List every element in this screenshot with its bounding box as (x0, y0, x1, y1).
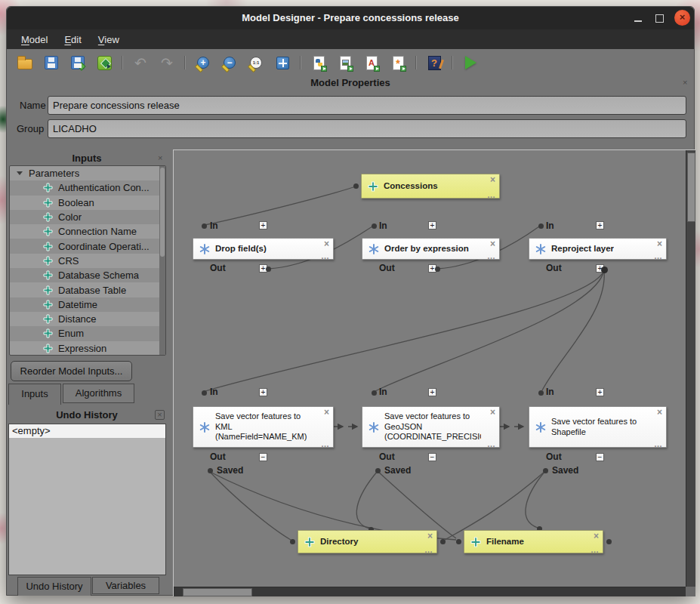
node-save-geojson[interactable]: Save vector features to GeoJSON (COORDIN… (362, 406, 500, 448)
export-svg-button[interactable]: * (389, 54, 407, 72)
node-save-kml[interactable]: Save vector features to KML (NameField=N… (193, 406, 334, 448)
node-delete-icon[interactable]: × (490, 175, 495, 184)
node-options-icon[interactable]: … (487, 252, 495, 260)
expand-inputs-button[interactable]: + (596, 388, 604, 396)
canvas-vertical-scrollbar[interactable] (686, 150, 695, 587)
link-anchor-dot[interactable] (606, 539, 612, 544)
link-anchor-dot[interactable] (266, 267, 271, 272)
node-delete-icon[interactable]: × (324, 239, 329, 248)
expand-inputs-button[interactable]: + (428, 221, 436, 230)
node-delete-icon[interactable]: × (490, 239, 495, 248)
expand-inputs-button[interactable]: + (259, 221, 267, 230)
horizontal-scrollbar-thumb[interactable] (183, 588, 252, 596)
node-directory[interactable]: Directory × … (298, 530, 437, 553)
node-delete-icon[interactable]: × (490, 408, 495, 417)
menu-model[interactable]: Model (14, 32, 54, 48)
link-anchor-dot[interactable] (208, 468, 213, 473)
canvas-horizontal-scrollbar[interactable] (174, 587, 686, 596)
link-anchor-dot[interactable] (372, 223, 377, 229)
link-anchor-dot[interactable] (435, 267, 440, 272)
maximize-button[interactable] (650, 7, 668, 29)
tree-item-coordinate-operation[interactable]: Coordinate Operati... (10, 239, 165, 253)
tree-root-parameters[interactable]: Parameters (10, 166, 165, 180)
expander-triangle-icon[interactable] (17, 171, 23, 175)
tree-item-authentication[interactable]: Authentication Con... (10, 180, 165, 195)
open-model-button[interactable] (16, 54, 34, 72)
inputs-panel-close-icon[interactable]: × (158, 154, 162, 162)
expand-inputs-button[interactable]: + (596, 221, 604, 230)
node-options-icon[interactable]: … (487, 191, 495, 199)
node-delete-icon[interactable]: × (324, 408, 329, 417)
collapse-outputs-button[interactable]: − (259, 453, 267, 461)
tab-undo-history[interactable]: Undo History (17, 577, 91, 596)
tree-item-database-schema[interactable]: Database Schema (10, 268, 165, 282)
link-anchor-dot[interactable] (543, 468, 548, 473)
link-anchor-dot[interactable] (290, 539, 295, 544)
zoom-out-button[interactable]: − (220, 54, 239, 72)
menu-edit[interactable]: Edit (57, 32, 88, 48)
tree-item-distance[interactable]: Distance (10, 312, 165, 326)
name-field[interactable] (48, 96, 686, 115)
titlebar[interactable]: Model Designer - Prepare concessions rel… (7, 7, 694, 29)
node-options-icon[interactable]: … (321, 440, 329, 448)
export-python-button[interactable] (310, 54, 328, 72)
node-options-icon[interactable]: … (654, 440, 662, 448)
model-properties-close-icon[interactable]: × (683, 79, 687, 87)
collapse-outputs-button[interactable]: − (428, 453, 436, 461)
tab-variables[interactable]: Variables (92, 577, 159, 594)
expand-inputs-button[interactable]: + (428, 388, 436, 396)
node-options-icon[interactable]: … (654, 252, 662, 260)
link-anchor-dot[interactable] (353, 183, 359, 189)
tree-item-crs[interactable]: CRS (10, 254, 165, 268)
tree-item-color[interactable]: Color (10, 210, 165, 224)
collapse-outputs-button[interactable]: − (596, 453, 604, 461)
node-options-icon[interactable]: … (487, 440, 495, 448)
expand-inputs-button[interactable]: + (259, 388, 267, 396)
tree-scrollbar[interactable] (159, 166, 165, 355)
vertical-scrollbar-thumb[interactable] (687, 153, 695, 222)
model-canvas[interactable]: Concessions × … In + In + In + Drop fiel… (173, 149, 695, 596)
export-pdf-button[interactable]: A (362, 54, 381, 72)
node-order-by-expression[interactable]: Order by expression × … (362, 238, 500, 260)
link-anchor-dot[interactable] (456, 539, 461, 544)
zoom-full-button[interactable] (273, 54, 291, 72)
tree-scrollbar-thumb[interactable] (160, 168, 165, 257)
node-drop-fields[interactable]: Drop field(s) × … (193, 238, 334, 260)
save-model-as-button[interactable] (69, 54, 87, 72)
link-anchor-dot[interactable] (440, 539, 446, 544)
tree-item-boolean[interactable]: Boolean (10, 196, 165, 210)
edit-help-button[interactable]: ? (425, 54, 443, 72)
node-delete-icon[interactable]: × (427, 532, 433, 541)
node-delete-icon[interactable]: × (657, 408, 662, 417)
close-button[interactable]: × (674, 10, 690, 26)
group-field[interactable] (48, 119, 686, 138)
node-save-shapefile[interactable]: Save vector features to Shapefile × … (529, 406, 667, 448)
tree-item-datetime[interactable]: Datetime (10, 297, 165, 312)
link-anchor-dot[interactable] (372, 390, 377, 396)
run-model-button[interactable] (461, 54, 480, 72)
minimize-button[interactable] (629, 7, 647, 29)
menu-view[interactable]: View (91, 32, 126, 48)
save-model-to-project-button[interactable] (95, 54, 113, 72)
node-delete-icon[interactable]: × (594, 532, 599, 541)
tree-item-enum[interactable]: Enum (10, 326, 165, 341)
node-options-icon[interactable]: … (591, 546, 599, 553)
save-model-button[interactable] (42, 54, 60, 72)
link-anchor-dot[interactable] (375, 468, 381, 473)
export-image-button[interactable] (336, 54, 354, 72)
tab-inputs[interactable]: Inputs (8, 384, 61, 405)
undo-history-item-empty[interactable]: <empty> (9, 424, 165, 438)
tab-algorithms[interactable]: Algorithms (63, 384, 134, 403)
link-anchor-dot[interactable] (202, 390, 207, 396)
tree-item-database-table[interactable]: Database Table (10, 282, 165, 297)
zoom-in-button[interactable]: + (194, 54, 212, 72)
node-options-icon[interactable]: … (424, 546, 433, 553)
redo-button[interactable]: ↷ (158, 54, 176, 72)
link-anchor-dot[interactable] (202, 223, 207, 229)
reorder-model-inputs-button[interactable]: Reorder Model Inputs... (11, 361, 132, 381)
node-options-icon[interactable]: … (321, 252, 329, 260)
link-anchor-dot[interactable] (601, 267, 608, 273)
node-concessions[interactable]: Concessions × … (361, 174, 500, 199)
link-anchor-dot[interactable] (538, 390, 544, 396)
undo-button[interactable]: ↶ (131, 54, 150, 72)
